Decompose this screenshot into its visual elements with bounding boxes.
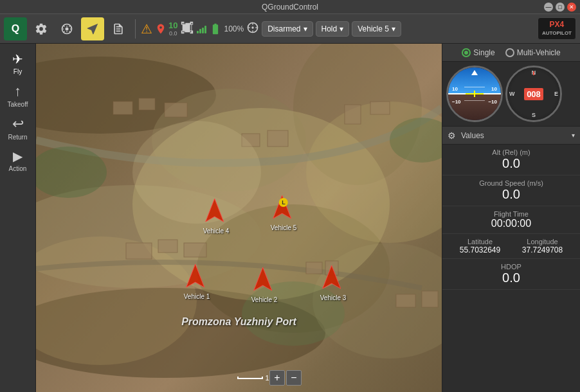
lon-col: Longitude 37.7249708 (511, 238, 574, 254)
ai-pitch-n10: −10 (452, 99, 461, 105)
close-button[interactable]: ✕ (567, 3, 576, 12)
coords-row: Latitude 55.7032649 Longitude 37.7249708 (442, 234, 580, 259)
vehicle-2-label: Vehicle 2 (251, 296, 278, 303)
logo-button[interactable]: Q (4, 17, 27, 40)
gps-decimal: 0.0 (169, 30, 177, 37)
lat-col: Latitude 55.7032649 (449, 238, 511, 254)
battery-percent: 100% (224, 24, 244, 33)
ai-pitch-10r: 10 (491, 86, 497, 92)
ai-pitch-n10r: −10 (488, 99, 497, 105)
hdop-row: HDOP 0.0 (442, 259, 580, 290)
time-row: Flight Time 00:00:00 (442, 206, 580, 234)
armed-status-button[interactable]: Disarmed ▾ (262, 21, 313, 37)
vehicle-setup-button[interactable] (55, 17, 78, 40)
compass-east: E (554, 91, 558, 97)
lat-value: 55.7032649 (449, 245, 511, 254)
zoom-in-button[interactable]: + (269, 370, 285, 386)
zoom-controls: + − (269, 370, 302, 386)
svg-marker-10 (206, 199, 224, 222)
flight-mode-button[interactable]: Hold ▾ (316, 21, 350, 37)
vehicle-1-label: Vehicle 1 (184, 293, 210, 300)
app-title: QGroundControl (262, 3, 318, 12)
toolbar-divider-1 (135, 19, 136, 39)
map-area[interactable]: Vehicle 1 Vehicle 2 Vehicle 3 Vehicle 4 (36, 44, 442, 392)
battery-icon (209, 22, 222, 35)
lon-title: Longitude (511, 238, 574, 245)
values-panel: ⚙ Values ▾ Alt (Rel) (m) 0.0 Ground Spee… (442, 127, 580, 392)
drone-status (180, 21, 194, 37)
lon-value: 37.7249708 (511, 245, 574, 254)
compass-heading: 008 (524, 88, 543, 100)
multi-view-option[interactable]: Multi-Vehicle (505, 48, 561, 57)
vehicle-4-label: Vehicle 4 (203, 227, 230, 235)
return-icon: ↩ (12, 116, 24, 132)
minimize-button[interactable]: — (544, 3, 553, 12)
svg-marker-7 (186, 264, 204, 287)
single-radio (462, 48, 471, 57)
vehicle-marker-3[interactable]: Vehicle 3 (320, 264, 347, 301)
single-view-option[interactable]: Single (462, 48, 494, 57)
alt-title: Alt (Rel) (m) (449, 148, 574, 156)
compass: 008 N S E W (505, 66, 562, 122)
hdop-value: 0.0 (449, 271, 574, 285)
map-canvas (36, 44, 442, 392)
alt-row: Alt (Rel) (m) 0.0 (442, 145, 580, 175)
gps-count: 10 (168, 21, 177, 30)
gps2-icon (246, 21, 259, 37)
instruments: 10 10 −10 −10 008 N S E W (442, 62, 580, 127)
sidebar: ✈ Fly ↑ Takeoff ↩ Return ▶ Action (0, 44, 36, 392)
warning-icon: ⚠ (141, 21, 152, 37)
toolbar: Q ⚠ 10 0.0 100% (0, 14, 580, 44)
leader-badge: L (279, 198, 288, 207)
values-dropdown-icon[interactable]: ▾ (572, 132, 575, 139)
svg-marker-9 (323, 265, 341, 289)
svg-marker-8 (254, 267, 272, 290)
time-value: 00:00:00 (449, 218, 574, 229)
main-content: ✈ Fly ↑ Takeoff ↩ Return ▶ Action Vehicl… (0, 44, 580, 392)
alt-value: 0.0 (449, 156, 574, 171)
values-gear-icon[interactable]: ⚙ (448, 130, 456, 141)
fly-icon: ✈ (12, 51, 23, 67)
multi-label: Multi-Vehicle (517, 48, 561, 57)
warning-status: ⚠ (141, 21, 152, 37)
ai-pitch-10: 10 (452, 86, 458, 92)
time-title: Flight Time (449, 210, 574, 218)
vehicle-select-button[interactable]: Vehicle 5 ▾ (352, 21, 401, 37)
hdop-title: HDOP (449, 263, 574, 271)
vehicle-marker-1[interactable]: Vehicle 1 (184, 263, 210, 300)
settings-button[interactable] (30, 17, 53, 40)
takeoff-icon: ↑ (14, 83, 21, 100)
action-icon: ▶ (13, 148, 23, 164)
analyze-button[interactable] (107, 17, 130, 40)
multi-radio (505, 48, 514, 57)
attitude-indicator: 10 10 −10 −10 (446, 66, 503, 122)
scale-line (237, 377, 263, 379)
sidebar-item-fly[interactable]: ✈ Fly (2, 49, 34, 78)
svg-point-2 (252, 26, 254, 28)
vehicle-3-label: Vehicle 3 (320, 294, 347, 301)
svg-point-0 (66, 27, 69, 30)
vehicle-marker-4[interactable]: Vehicle 4 (203, 197, 230, 235)
compass-south: S (532, 112, 536, 118)
sidebar-item-takeoff[interactable]: ↑ Takeoff (2, 80, 34, 111)
maximize-button[interactable]: □ (556, 3, 565, 12)
vehicle-5-label: Vehicle 5 (271, 224, 297, 231)
compass-west: W (509, 91, 515, 97)
gps-icon (155, 23, 167, 35)
speed-row: Ground Speed (m/s) 0.0 (442, 175, 580, 206)
signal-bars (197, 24, 206, 33)
single-label: Single (473, 48, 494, 57)
zoom-out-button[interactable]: − (286, 370, 302, 386)
lat-title: Latitude (449, 238, 511, 245)
speed-value: 0.0 (449, 187, 574, 202)
sidebar-item-action[interactable]: ▶ Action (2, 146, 34, 175)
gps-status: 10 0.0 (155, 21, 177, 37)
sidebar-item-return[interactable]: ↩ Return (2, 113, 34, 143)
values-header: ⚙ Values ▾ (442, 127, 580, 145)
vehicle-marker-5[interactable]: L Vehicle 5 (271, 194, 297, 231)
plan-button[interactable] (81, 17, 104, 40)
vehicle-marker-2[interactable]: Vehicle 2 (251, 266, 278, 303)
px4-logo: PX4 AUTOPILOT (538, 17, 576, 40)
speed-title: Ground Speed (m/s) (449, 179, 574, 187)
battery-status: 100% (209, 22, 244, 35)
